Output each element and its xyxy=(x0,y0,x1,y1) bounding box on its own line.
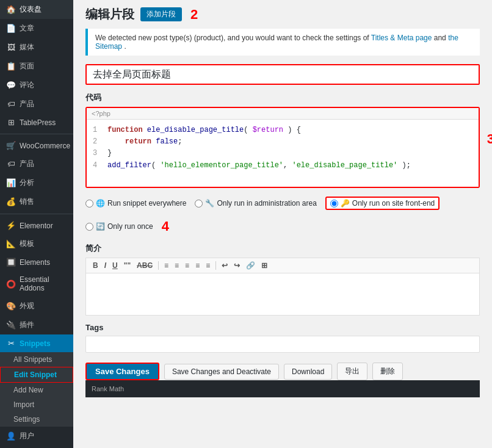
editor-ol[interactable]: ≡ xyxy=(173,261,181,270)
editor-quote[interactable]: "" xyxy=(122,261,132,270)
sidebar-item-posts[interactable]: 📄 文章 xyxy=(0,19,73,38)
editor-undo[interactable]: ↩ xyxy=(220,261,230,270)
run-radio-once[interactable] xyxy=(85,223,93,231)
sidebar-divider xyxy=(0,134,73,134)
rank-math-label: Rank Math xyxy=(92,385,124,392)
run-option-once[interactable]: 🔄 Only run once xyxy=(85,222,153,231)
sidebar-item-label: 产品 xyxy=(20,99,34,109)
posts-icon: 📄 xyxy=(6,24,16,33)
code-line-4: 4 add_filter( 'hello_elementor_page_titl… xyxy=(93,160,472,172)
add-snippet-button[interactable]: 添加片段 xyxy=(140,7,182,21)
export-button[interactable]: 导出 xyxy=(337,363,367,380)
badge-3: 3 xyxy=(487,131,492,147)
run-option-everywhere[interactable]: 🌐 Run snippet everywhere xyxy=(85,199,186,208)
editor-align-center[interactable]: ≡ xyxy=(194,261,201,270)
sidebar-item-dashboard[interactable]: 🏠 仪表盘 xyxy=(0,0,73,19)
sidebar-item-appearance[interactable]: 🎨 外观 xyxy=(0,297,73,316)
sidebar-item-woocommerce[interactable]: 🛒 WooCommerce xyxy=(0,137,73,154)
editor-redo[interactable]: ↪ xyxy=(232,261,242,270)
sidebar-item-pages[interactable]: 📋 页面 xyxy=(0,57,73,76)
delete-button[interactable]: 删除 xyxy=(372,363,403,380)
sidebar-item-label: 页面 xyxy=(20,61,34,71)
sidebar-item-label: 仪表盘 xyxy=(20,4,42,15)
snippets-submenu: All Snippets Edit Snippet Add New Import… xyxy=(0,352,73,427)
submenu-add-new[interactable]: Add New xyxy=(0,383,73,397)
submenu-label: Edit Snippet xyxy=(14,370,57,379)
run-option-admin[interactable]: 🔧 Only run in administration area xyxy=(195,199,316,208)
sidebar-item-tablepress[interactable]: ⊞ TablePress xyxy=(0,114,73,131)
description-editor[interactable] xyxy=(85,273,480,316)
editor-ul[interactable]: ≡ xyxy=(162,261,170,270)
submenu-edit-snippet[interactable]: Edit Snippet xyxy=(0,367,73,383)
page-title: 编辑片段 xyxy=(85,6,134,23)
plugins-icon: 🔌 xyxy=(6,320,16,330)
sidebar-item-elements[interactable]: 🔲 Elements xyxy=(0,253,73,271)
badge-4: 4 xyxy=(162,219,169,234)
sidebar-item-sales[interactable]: 💰 销售 xyxy=(0,192,73,211)
submenu-label: Settings xyxy=(13,415,40,424)
editor-align-right[interactable]: ≡ xyxy=(204,261,212,270)
editor-strikethrough[interactable]: ABC xyxy=(135,261,154,270)
notice-and: and xyxy=(434,34,448,42)
run-option-frontend[interactable]: 🔑 Only run on site front-end xyxy=(325,197,440,210)
code-header: <?php xyxy=(87,108,479,120)
sidebar-item-plugins[interactable]: 🔌 插件 xyxy=(0,316,73,334)
sidebar-item-label: 评论 xyxy=(20,80,34,90)
submenu-settings[interactable]: Settings xyxy=(0,412,73,427)
run-label-frontend: Only run on site front-end xyxy=(352,199,435,208)
code-line-2: 2 return false; xyxy=(93,136,472,148)
run-radio-admin[interactable] xyxy=(195,200,203,208)
run-icon-frontend: 🔑 xyxy=(341,199,350,208)
sidebar-item-comments[interactable]: 💬 评论 xyxy=(0,76,73,95)
sidebar-item-label: 媒体 xyxy=(20,42,34,52)
sidebar-item-elementor[interactable]: ⚡ Elementor xyxy=(0,217,73,234)
analytics-icon: 📊 xyxy=(6,178,16,187)
sidebar-item-label: 外观 xyxy=(20,301,34,311)
elements-icon: 🔲 xyxy=(6,258,16,267)
sidebar-item-tools[interactable]: 🔧 工具 xyxy=(0,446,73,448)
editor-bold[interactable]: B xyxy=(91,261,100,270)
run-radio-frontend[interactable] xyxy=(330,200,338,208)
save-changes-button[interactable]: Save Changes xyxy=(85,363,159,380)
sidebar-item-media[interactable]: 🖼 媒体 xyxy=(0,38,73,57)
code-block: <?php 1 function ele_disable_page_title(… xyxy=(85,107,480,188)
sidebar-item-label: Essential Addons xyxy=(20,275,67,292)
notice-link-titles[interactable]: Titles & Meta page xyxy=(371,34,432,42)
tablepress-icon: ⊞ xyxy=(6,118,16,127)
submenu-label: Add New xyxy=(13,386,43,394)
code-area[interactable]: 1 function ele_disable_page_title( $retu… xyxy=(87,120,479,187)
submenu-all-snippets[interactable]: All Snippets xyxy=(0,352,73,367)
tags-input[interactable] xyxy=(85,336,480,353)
editor-link[interactable]: 🔗 xyxy=(244,261,257,270)
download-button[interactable]: Download xyxy=(284,364,332,380)
code-line-3: 3 } xyxy=(93,148,472,159)
editor-fullscreen[interactable]: ⊞ xyxy=(259,261,269,270)
snippet-title-input[interactable] xyxy=(85,64,480,85)
sidebar-item-products2[interactable]: 🏷 产品 xyxy=(0,154,73,173)
templates-icon: 📐 xyxy=(6,239,16,248)
editor-align-left[interactable]: ≡ xyxy=(183,261,191,270)
tags-label: Tags xyxy=(85,323,480,332)
appearance-icon: 🎨 xyxy=(6,302,16,311)
editor-italic[interactable]: I xyxy=(103,261,108,270)
sidebar-item-essential[interactable]: ⭕ Essential Addons xyxy=(0,271,73,297)
sidebar-item-templates[interactable]: 📐 模板 xyxy=(0,234,73,253)
run-radio-everywhere[interactable] xyxy=(85,200,93,208)
submenu-import[interactable]: Import xyxy=(0,397,73,412)
sidebar-item-label: Elementor xyxy=(20,222,53,230)
sidebar-item-users[interactable]: 👤 用户 xyxy=(0,427,73,446)
sidebar-item-label: 产品 xyxy=(20,159,34,169)
editor-underline[interactable]: U xyxy=(110,261,120,270)
sidebar-item-products[interactable]: 🏷 产品 xyxy=(0,95,73,114)
run-icon-once: 🔄 xyxy=(96,222,105,231)
run-label-everywhere: Run snippet everywhere xyxy=(107,199,186,208)
main-content: 编辑片段 添加片段 2 We detected new post type(s)… xyxy=(73,0,492,448)
badge-2: 2 xyxy=(190,7,198,23)
save-deactivate-button[interactable]: Save Changes and Deactivate xyxy=(164,364,279,380)
products2-icon: 🏷 xyxy=(6,159,16,168)
sidebar-item-analytics[interactable]: 📊 分析 xyxy=(0,173,73,192)
sidebar-item-label: 销售 xyxy=(20,197,34,207)
sidebar-item-label: TablePress xyxy=(20,118,56,127)
sidebar-item-snippets[interactable]: ✂ Snippets xyxy=(0,334,73,352)
sidebar-item-label: WooCommerce xyxy=(20,142,70,150)
